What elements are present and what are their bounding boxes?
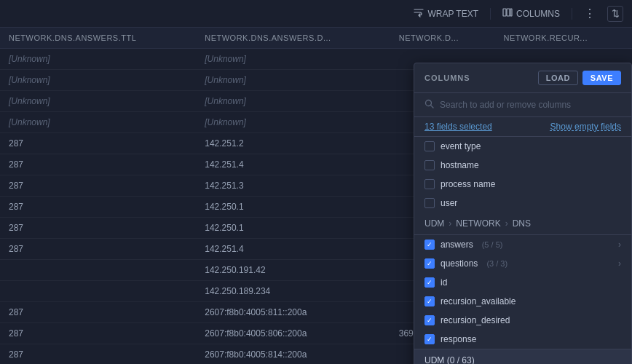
- field-item-unchecked[interactable]: hostname: [414, 156, 631, 175]
- field-label: recursion_desired: [441, 315, 510, 325]
- more-icon: ⋮: [584, 7, 596, 20]
- field-checkbox[interactable]: [424, 198, 435, 208]
- more-options-button[interactable]: ⋮: [584, 7, 596, 20]
- field-label: hostname: [441, 160, 479, 170]
- field-label: answers: [441, 240, 473, 250]
- field-checkbox[interactable]: [424, 296, 435, 306]
- columns-icon: [502, 7, 513, 20]
- field-item-unchecked[interactable]: user: [414, 194, 631, 213]
- field-label: questions: [441, 258, 478, 269]
- field-count: (3 / 3): [486, 259, 507, 268]
- show-empty-fields[interactable]: Show empty fields: [550, 122, 621, 132]
- col-header-network-d: NETWORK.D...: [390, 28, 495, 49]
- field-item-left: questions (3 / 3): [424, 258, 612, 269]
- toolbar: WRAP TEXT COLUMNS ⋮ ⇅: [0, 0, 632, 28]
- columns-button[interactable]: COLUMNS: [502, 7, 560, 20]
- field-checkbox[interactable]: [424, 160, 435, 170]
- section-arrow-icon: ‹: [617, 360, 621, 364]
- panel-title: COLUMNS: [424, 74, 470, 82]
- field-checkbox[interactable]: [424, 240, 435, 250]
- scroll-updown-button[interactable]: ⇅: [607, 6, 623, 22]
- svg-rect-0: [503, 9, 506, 16]
- svg-point-3: [426, 100, 432, 106]
- field-checkbox[interactable]: [424, 141, 435, 151]
- field-label: recursion_available: [441, 296, 516, 306]
- search-icon: [424, 99, 434, 111]
- fields-selected-link[interactable]: 13 fields selected: [424, 122, 492, 132]
- col-header-ttl: NETWORK.DNS.ANSWERS.TTL: [0, 28, 196, 49]
- field-item-unchecked[interactable]: process name: [414, 175, 631, 194]
- breadcrumb-nav: UDM › NETWORK › DNS: [414, 213, 631, 235]
- field-item-checked[interactable]: response: [414, 330, 631, 349]
- field-checkbox[interactable]: [424, 334, 435, 344]
- field-checkbox[interactable]: [424, 258, 435, 269]
- panel-buttons: LOAD SAVE: [538, 71, 621, 85]
- field-label: response: [441, 334, 476, 344]
- panel-header: COLUMNS LOAD SAVE: [414, 63, 631, 93]
- fields-meta: 13 fields selected Show empty fields: [414, 117, 631, 137]
- updown-icon: ⇅: [612, 8, 620, 19]
- field-item-left: answers (5 / 5): [424, 240, 612, 250]
- section-title: UDM (0 / 63): [424, 355, 516, 364]
- columns-label: COLUMNS: [516, 9, 560, 19]
- field-label: id: [441, 277, 447, 288]
- data-table-wrapper: NETWORK.DNS.ANSWERS.TTL NETWORK.DNS.ANSW…: [0, 28, 632, 364]
- field-item-checked[interactable]: recursion_available: [414, 292, 631, 311]
- field-item-checked[interactable]: questions (3 / 3) ›: [414, 254, 631, 273]
- save-button[interactable]: SAVE: [582, 71, 621, 85]
- load-button[interactable]: LOAD: [538, 71, 578, 85]
- breadcrumb-udm[interactable]: UDM: [424, 218, 444, 229]
- field-checkbox[interactable]: [424, 315, 435, 325]
- field-label: process name: [441, 179, 495, 189]
- section-udm[interactable]: UDM (0 / 63) Explore fields within UDM ‹: [414, 349, 631, 364]
- breadcrumb-dns[interactable]: DNS: [513, 218, 531, 229]
- field-item-checked[interactable]: answers (5 / 5) ›: [414, 235, 631, 254]
- breadcrumb-network[interactable]: NETWORK: [456, 218, 500, 229]
- wrap-text-label: WRAP TEXT: [427, 9, 478, 19]
- svg-rect-2: [510, 9, 512, 16]
- field-item-unchecked[interactable]: event type: [414, 137, 631, 156]
- toolbar-separator-2: [572, 8, 572, 20]
- toolbar-separator-1: [490, 8, 491, 20]
- checked-field-list: answers (5 / 5) › questions (3 / 3) › id…: [414, 235, 631, 349]
- unchecked-field-list: event type hostname process name user: [414, 137, 631, 213]
- section-info: UDM (0 / 63) Explore fields within UDM: [424, 355, 516, 364]
- field-checkbox[interactable]: [424, 277, 435, 288]
- field-count: (5 / 5): [482, 240, 503, 249]
- field-label: event type: [441, 141, 481, 151]
- col-header-answers-d: NETWORK.DNS.ANSWERS.D...: [196, 28, 390, 49]
- search-row: [414, 93, 631, 117]
- expand-arrow-icon[interactable]: ›: [618, 258, 621, 269]
- svg-rect-1: [507, 9, 510, 16]
- field-checkbox[interactable]: [424, 179, 435, 189]
- field-item-checked[interactable]: recursion_desired: [414, 311, 631, 330]
- field-label: user: [441, 198, 457, 208]
- expand-arrow-icon[interactable]: ›: [618, 240, 621, 250]
- col-header-recurse: NETWORK.RECUR...: [494, 28, 632, 49]
- columns-panel: COLUMNS LOAD SAVE 13 fields selected Sho…: [414, 63, 632, 364]
- wrap-text-button[interactable]: WRAP TEXT: [414, 7, 478, 20]
- wrap-text-icon: [414, 7, 424, 20]
- field-item-checked[interactable]: id: [414, 273, 631, 292]
- sections-container: UDM (0 / 63) Explore fields within UDM ‹…: [414, 349, 631, 364]
- search-input[interactable]: [440, 100, 621, 110]
